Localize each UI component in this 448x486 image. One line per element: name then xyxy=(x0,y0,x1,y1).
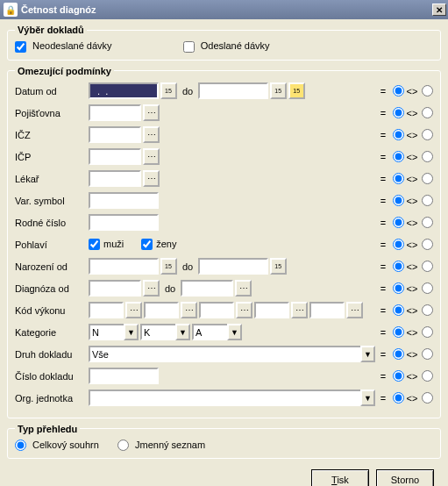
close-button[interactable]: ✕ xyxy=(432,4,446,16)
drop-kat2-icon[interactable]: ▼ xyxy=(175,324,190,340)
radio-jmenny[interactable]: Jmenný seznam xyxy=(117,440,205,450)
op-eq-13: = xyxy=(377,349,389,360)
op-eq-radio-14[interactable] xyxy=(393,370,404,382)
input-pojistovna[interactable] xyxy=(89,104,141,121)
pick-kod1-icon[interactable]: ⋯ xyxy=(125,302,142,318)
op-eq-14: = xyxy=(377,371,389,382)
input-naroz-od[interactable] xyxy=(89,258,159,275)
chk-neodeslane[interactable]: Neodeslané dávky xyxy=(15,40,115,51)
op-eq-radio-15[interactable] xyxy=(393,392,404,404)
drop-kat1-icon[interactable]: ▼ xyxy=(124,324,139,340)
chk-zeny[interactable]: ženy xyxy=(141,239,176,251)
input-cislo[interactable] xyxy=(89,368,159,384)
op-eq-radio-1[interactable] xyxy=(393,85,404,96)
op-ne-radio-4[interactable] xyxy=(422,151,433,162)
op-ne-radio-9[interactable] xyxy=(422,261,433,272)
cal-datum-od-icon[interactable] xyxy=(160,82,177,99)
chk-muzi[interactable]: muži xyxy=(89,239,124,251)
op-ne-radio-15[interactable] xyxy=(422,392,433,404)
op-ne-radio-12[interactable] xyxy=(422,326,433,338)
op-eq-radio-3[interactable] xyxy=(393,129,404,140)
group-typ-prehledu: Typ přehledu Celkový souhrn Jmenný sezna… xyxy=(7,424,441,460)
op-ne-radio-7[interactable] xyxy=(422,217,433,228)
input-kod2[interactable] xyxy=(144,302,179,318)
radio-celkovy-input[interactable] xyxy=(15,440,26,451)
op-eq-radio-13[interactable] xyxy=(393,348,404,360)
input-var[interactable] xyxy=(89,192,159,209)
pick-diag-do-icon[interactable]: ⋯ xyxy=(235,280,252,297)
drop-druh-icon[interactable]: ▼ xyxy=(360,346,375,362)
input-diag-do[interactable] xyxy=(181,280,233,297)
cal-naroz-od-icon[interactable] xyxy=(160,258,177,275)
cal-naroz-do-icon[interactable] xyxy=(270,258,287,275)
pick-kod3-icon[interactable]: ⋯ xyxy=(236,302,252,318)
input-datum-od[interactable] xyxy=(89,82,159,99)
cal-quick-icon[interactable] xyxy=(288,82,305,99)
pick-lekar-icon[interactable]: ⋯ xyxy=(143,170,160,187)
pick-kod5-icon[interactable]: ⋯ xyxy=(346,302,363,318)
input-kat2[interactable] xyxy=(140,324,175,340)
op-ne-radio-10[interactable] xyxy=(422,282,433,294)
titlebar: 🔒 Četnost diagnóz ✕ xyxy=(0,0,448,19)
op-ne-radio-5[interactable] xyxy=(422,173,433,184)
pick-kod4-icon[interactable]: ⋯ xyxy=(291,302,308,318)
op-eq-radio-5[interactable] xyxy=(393,173,404,184)
cal-datum-do-icon[interactable] xyxy=(270,82,287,99)
input-lekar[interactable] xyxy=(89,170,141,187)
input-kat1[interactable] xyxy=(89,324,124,340)
op-eq-radio-6[interactable] xyxy=(393,195,404,206)
op-eq-12: = xyxy=(377,327,389,338)
op-ne-radio-13[interactable] xyxy=(422,348,433,360)
chk-odeslane[interactable]: Odeslané dávky xyxy=(183,40,270,51)
tisk-button[interactable]: Tisk xyxy=(311,469,369,486)
input-kod4[interactable] xyxy=(254,302,289,318)
input-rc[interactable] xyxy=(89,214,159,231)
input-diag-od[interactable] xyxy=(89,280,141,297)
chk-muzi-input[interactable] xyxy=(89,239,100,250)
pick-icz-icon[interactable]: ⋯ xyxy=(143,126,160,143)
pick-pojistovna-icon[interactable]: ⋯ xyxy=(143,104,160,121)
op-eq-radio-10[interactable] xyxy=(393,282,404,294)
op-eq-radio-7[interactable] xyxy=(393,217,404,228)
op-eq-2: = xyxy=(377,108,389,118)
op-ne-radio-11[interactable] xyxy=(422,304,433,316)
op-ne-radio-8[interactable] xyxy=(422,239,433,250)
legend-typ: Typ přehledu xyxy=(15,424,80,434)
pick-icp-icon[interactable]: ⋯ xyxy=(143,148,160,165)
op-ne-radio-6[interactable] xyxy=(422,195,433,206)
input-kod1[interactable] xyxy=(89,302,124,318)
op-eq-radio-12[interactable] xyxy=(393,326,404,338)
chk-zeny-input[interactable] xyxy=(141,239,153,250)
input-naroz-do[interactable] xyxy=(198,258,268,275)
drop-kat3-icon[interactable]: ▼ xyxy=(227,324,242,340)
op-eq-radio-4[interactable] xyxy=(393,151,404,162)
input-icz[interactable] xyxy=(89,126,141,143)
radio-celkovy[interactable]: Celkový souhrn xyxy=(15,440,102,450)
op-ne-radio-14[interactable] xyxy=(422,370,433,382)
op-eq-radio-9[interactable] xyxy=(393,261,404,272)
lbl-datum-od: Datum od xyxy=(15,86,89,96)
input-druh[interactable] xyxy=(89,346,360,362)
pick-kod2-icon[interactable]: ⋯ xyxy=(181,302,197,318)
op-eq-4: = xyxy=(377,152,389,162)
op-ne-radio-2[interactable] xyxy=(422,107,433,118)
input-icp[interactable] xyxy=(89,148,141,165)
op-ne-radio-3[interactable] xyxy=(422,129,433,140)
input-kod3[interactable] xyxy=(199,302,234,318)
drop-org-icon[interactable]: ▼ xyxy=(360,390,375,406)
op-eq-radio-2[interactable] xyxy=(393,107,404,118)
op-ne-6: <> xyxy=(406,196,418,206)
chk-neodeslane-input[interactable] xyxy=(15,41,26,53)
radio-jmenny-input[interactable] xyxy=(117,440,129,451)
op-eq-radio-11[interactable] xyxy=(393,304,404,316)
storno-button[interactable]: Storno xyxy=(376,469,434,486)
op-eq-radio-8[interactable] xyxy=(393,239,404,250)
chk-odeslane-input[interactable] xyxy=(183,41,195,53)
input-kod5[interactable] xyxy=(309,302,345,318)
input-kat3[interactable] xyxy=(192,324,227,340)
input-datum-do[interactable] xyxy=(198,82,268,99)
op-ne-radio-1[interactable] xyxy=(422,85,433,96)
pick-diag-od-icon[interactable]: ⋯ xyxy=(143,280,160,297)
input-org[interactable] xyxy=(89,390,360,406)
op-ne-3: <> xyxy=(406,130,418,140)
